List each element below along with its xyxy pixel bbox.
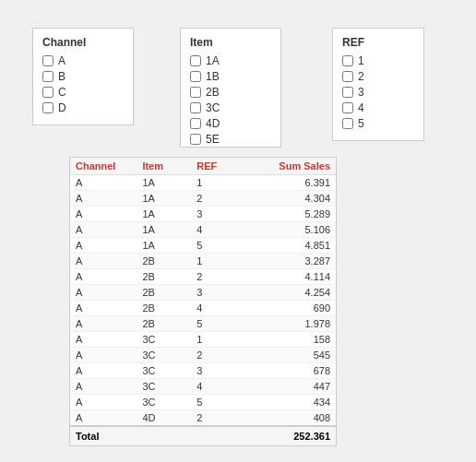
table-cell: 1 <box>191 175 245 191</box>
table-cell: 5 <box>191 238 245 254</box>
item-checkbox[interactable] <box>190 102 201 113</box>
table-header: REF <box>191 158 245 175</box>
table-row: A2B4690 <box>70 301 336 316</box>
channel-item: D <box>42 101 124 114</box>
table-cell: 2 <box>191 410 245 426</box>
table-cell: 1A <box>137 222 191 238</box>
ref-label: 3 <box>358 86 364 99</box>
item-label: 4D <box>206 117 220 130</box>
table-cell: 2 <box>191 348 245 363</box>
table-scroll[interactable]: ChannelItemREFSum Sales A1A16.391A1A24.3… <box>70 158 336 425</box>
item-panel: Item 1A1B2B3C4D5E <box>180 28 281 148</box>
table-cell: 2B <box>137 301 191 316</box>
table-cell: A <box>70 363 137 379</box>
table-row: A3C2545 <box>70 348 336 363</box>
ref-panel: REF 12345 <box>332 28 424 141</box>
channel-checkbox[interactable] <box>42 87 54 98</box>
ref-label: 4 <box>358 101 364 114</box>
table-cell: 4D <box>137 410 191 426</box>
table-row: A1A35.289 <box>70 207 336 222</box>
table-cell: 3 <box>191 207 245 222</box>
table-cell: A <box>70 301 137 316</box>
table-row: A4D2408 <box>70 410 336 426</box>
table-cell: 3C <box>137 395 191 410</box>
table-cell: 1A <box>137 207 191 222</box>
item-checkbox[interactable] <box>190 55 201 66</box>
table-cell: 4 <box>191 222 245 238</box>
table-cell: 1A <box>137 175 191 191</box>
table-cell: 5 <box>191 395 245 410</box>
item-item: 5E <box>190 133 271 146</box>
table-cell: 447 <box>245 379 336 395</box>
table-cell: 408 <box>245 410 336 426</box>
table-cell: 3 <box>191 285 245 301</box>
channel-label: A <box>58 54 65 67</box>
channel-checkbox[interactable] <box>42 55 54 66</box>
table-cell: 678 <box>245 363 336 379</box>
table-row: A1A45.106 <box>70 222 336 238</box>
item-checkbox[interactable] <box>190 87 201 98</box>
channel-panel: Channel ABCD <box>32 28 134 125</box>
table-cell: 1A <box>137 238 191 254</box>
table-cell: 2B <box>137 316 191 332</box>
ref-checkbox[interactable] <box>342 87 353 98</box>
channel-checkbox[interactable] <box>42 71 54 82</box>
item-checkbox[interactable] <box>190 118 201 129</box>
table-row: A3C4447 <box>70 379 336 395</box>
table-row: A3C3678 <box>70 363 336 379</box>
table-cell: 3C <box>137 379 191 395</box>
item-label: 2B <box>206 86 220 99</box>
item-item: 2B <box>190 86 271 99</box>
table-cell: 2 <box>191 269 245 285</box>
table-cell: 158 <box>245 332 336 348</box>
table-cell: A <box>70 410 137 426</box>
ref-checkbox[interactable] <box>342 118 353 129</box>
table-cell: A <box>70 238 137 254</box>
ref-label: 2 <box>358 70 364 83</box>
table-cell: 4.304 <box>245 191 336 207</box>
table-cell: 2 <box>191 191 245 207</box>
table-cell: A <box>70 395 137 410</box>
ref-item: 5 <box>342 117 414 130</box>
table-row: A2B24.114 <box>70 269 336 285</box>
table-cell: A <box>70 175 137 191</box>
table-cell: A <box>70 207 137 222</box>
channel-checkbox[interactable] <box>42 102 54 113</box>
ref-checkbox[interactable] <box>342 102 353 113</box>
table-cell: A <box>70 332 137 348</box>
ref-label: 5 <box>358 117 364 130</box>
channel-item: A <box>42 54 124 67</box>
table-footer: Total 252.361 <box>70 425 336 445</box>
table-cell: A <box>70 316 137 332</box>
channel-label: D <box>58 101 66 114</box>
table-cell: 545 <box>245 348 336 363</box>
table-cell: A <box>70 348 137 363</box>
item-label: 1B <box>206 70 220 83</box>
ref-checkbox[interactable] <box>342 71 353 82</box>
item-checkbox[interactable] <box>190 134 201 145</box>
table-cell: 5 <box>191 316 245 332</box>
table-cell: 5.289 <box>245 207 336 222</box>
item-checkbox[interactable] <box>190 71 201 82</box>
table-cell: 3C <box>137 363 191 379</box>
table-header: Sum Sales <box>245 158 336 175</box>
table-cell: A <box>70 222 137 238</box>
ref-checkbox[interactable] <box>342 55 353 66</box>
item-label: 1A <box>206 54 220 67</box>
data-table-container: ChannelItemREFSum Sales A1A16.391A1A24.3… <box>69 157 337 446</box>
table-cell: 2B <box>137 254 191 269</box>
table-row: A2B51.978 <box>70 316 336 332</box>
table-cell: 690 <box>245 301 336 316</box>
table-cell: A <box>70 285 137 301</box>
table-cell: 4.114 <box>245 269 336 285</box>
ref-item: 1 <box>342 54 414 67</box>
table-cell: 4.254 <box>245 285 336 301</box>
table-cell: 4 <box>191 301 245 316</box>
item-title: Item <box>190 36 271 49</box>
data-table: ChannelItemREFSum Sales A1A16.391A1A24.3… <box>70 158 336 425</box>
table-cell: 2B <box>137 285 191 301</box>
channel-item: B <box>42 70 124 83</box>
table-row: A1A54.851 <box>70 238 336 254</box>
table-cell: 3C <box>137 332 191 348</box>
item-item: 3C <box>190 101 271 114</box>
